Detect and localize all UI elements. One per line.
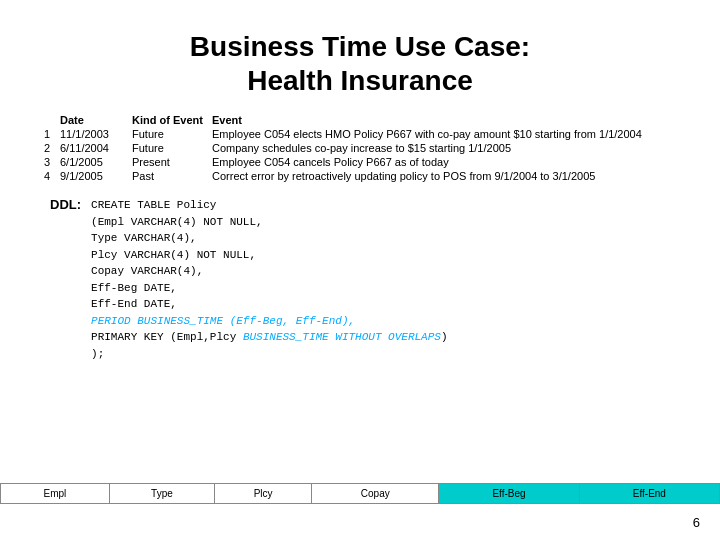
col-header-num bbox=[40, 113, 56, 127]
table-row: 36/1/2005PresentEmployee C054 cancels Po… bbox=[40, 155, 680, 169]
table-row: 111/1/2003FutureEmployee C054 elects HMO… bbox=[40, 127, 680, 141]
ddl-line: Eff-Beg DATE, bbox=[91, 280, 447, 297]
ddl-section: DDL: CREATE TABLE Policy(Empl VARCHAR(4)… bbox=[50, 197, 680, 362]
table-row: 49/1/2005PastCorrect error by retroactiv… bbox=[40, 169, 680, 183]
title-line2: Health Insurance bbox=[40, 64, 680, 98]
event-kind: Past bbox=[128, 169, 208, 183]
ddl-line: (Empl VARCHAR(4) NOT NULL, bbox=[91, 214, 447, 231]
title-line1: Business Time Use Case: bbox=[40, 30, 680, 64]
ddl-highlight: BUSINESS_TIME WITHOUT OVERLAPS bbox=[243, 331, 441, 343]
bottom-table: EmplTypePlcyCopayEff-BegEff-End bbox=[0, 483, 720, 504]
ddl-code: CREATE TABLE Policy(Empl VARCHAR(4) NOT … bbox=[91, 197, 447, 362]
ddl-line: Copay VARCHAR(4), bbox=[91, 263, 447, 280]
ddl-line: Eff-End DATE, bbox=[91, 296, 447, 313]
event-description: Correct error by retroactively updating … bbox=[208, 169, 680, 183]
event-date: 6/1/2005 bbox=[56, 155, 128, 169]
event-num: 2 bbox=[40, 141, 56, 155]
bottom-table-cell: Eff-Beg bbox=[439, 484, 579, 504]
bottom-table-cell: Plcy bbox=[215, 484, 312, 504]
col-header-event: Event bbox=[208, 113, 680, 127]
page-number: 6 bbox=[693, 515, 700, 530]
ddl-line: CREATE TABLE Policy bbox=[91, 197, 447, 214]
event-num: 4 bbox=[40, 169, 56, 183]
bottom-table-cell: Eff-End bbox=[579, 484, 719, 504]
event-num: 3 bbox=[40, 155, 56, 169]
event-kind: Future bbox=[128, 141, 208, 155]
event-date: 11/1/2003 bbox=[56, 127, 128, 141]
ddl-label: DDL: bbox=[50, 197, 81, 212]
bottom-table-cell: Type bbox=[109, 484, 214, 504]
col-header-date: Date bbox=[56, 113, 128, 127]
table-row: 26/11/2004FutureCompany schedules co-pay… bbox=[40, 141, 680, 155]
event-date: 9/1/2005 bbox=[56, 169, 128, 183]
ddl-line: PERIOD BUSINESS_TIME (Eff-Beg, Eff-End), bbox=[91, 313, 447, 330]
event-description: Company schedules co-pay increase to $15… bbox=[208, 141, 680, 155]
ddl-line: PRIMARY KEY (Empl,Plcy BUSINESS_TIME WIT… bbox=[91, 329, 447, 346]
event-kind: Present bbox=[128, 155, 208, 169]
bottom-table-cell: Copay bbox=[312, 484, 439, 504]
events-table: Date Kind of Event Event 111/1/2003Futur… bbox=[40, 113, 680, 183]
ddl-highlight: PERIOD BUSINESS_TIME (Eff-Beg, Eff-End), bbox=[91, 315, 355, 327]
event-description: Employee C054 cancels Policy P667 as of … bbox=[208, 155, 680, 169]
ddl-line: Plcy VARCHAR(4) NOT NULL, bbox=[91, 247, 447, 264]
bottom-table-cell: Empl bbox=[1, 484, 110, 504]
event-description: Employee C054 elects HMO Policy P667 wit… bbox=[208, 127, 680, 141]
event-date: 6/11/2004 bbox=[56, 141, 128, 155]
event-num: 1 bbox=[40, 127, 56, 141]
slide: Business Time Use Case: Health Insurance… bbox=[0, 0, 720, 540]
ddl-line: Type VARCHAR(4), bbox=[91, 230, 447, 247]
slide-title: Business Time Use Case: Health Insurance bbox=[40, 30, 680, 97]
col-header-kind: Kind of Event bbox=[128, 113, 208, 127]
event-kind: Future bbox=[128, 127, 208, 141]
ddl-line: ); bbox=[91, 346, 447, 363]
